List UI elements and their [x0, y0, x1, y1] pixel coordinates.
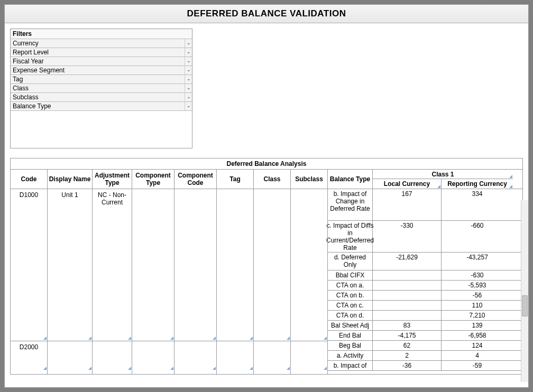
drill-icon[interactable] [287, 337, 290, 340]
cell-component-type[interactable] [132, 189, 174, 341]
cell-balance-type[interactable]: End Bal [328, 331, 373, 340]
cell-subclass[interactable] [291, 189, 327, 341]
drill-icon[interactable] [324, 337, 327, 340]
col-header-subclass[interactable]: Subclass [291, 170, 328, 189]
drill-icon[interactable] [43, 337, 47, 340]
chevron-down-icon[interactable]: ⌄ [185, 84, 192, 92]
cell-balance-type[interactable]: b. Impact of [328, 361, 373, 370]
filter-currency[interactable]: Currency ⌄ [11, 39, 192, 48]
col-header-balance-type[interactable]: Balance Type [328, 170, 373, 189]
drill-icon[interactable] [509, 175, 512, 178]
cell-local-currency[interactable]: 62 [373, 341, 442, 350]
cell-balance-type[interactable]: Bal Sheet Adj [328, 321, 373, 330]
chevron-down-icon[interactable]: ⌄ [185, 39, 192, 48]
col-header-display-name[interactable]: Display Name [48, 170, 93, 189]
cell-balance-type[interactable]: CTA on c. [328, 301, 373, 310]
col-header-component-code[interactable]: Component Code [174, 170, 217, 189]
drill-icon[interactable] [250, 337, 253, 340]
drill-icon[interactable] [128, 337, 131, 340]
cell-balance-type[interactable]: a. Activity [328, 351, 373, 360]
cell-local-currency[interactable]: -330 [373, 221, 442, 252]
cell-local-currency[interactable] [373, 270, 442, 280]
cell-balance-type[interactable]: c. Impact of Diffs in Current/Deferred R… [328, 221, 373, 252]
cell-local-currency[interactable]: 2 [373, 351, 442, 360]
filter-expense-segment[interactable]: Expense Segment ⌄ [11, 66, 192, 75]
cell-reporting-currency[interactable]: -630 [442, 270, 513, 280]
chevron-down-icon[interactable]: ⌄ [185, 93, 192, 101]
chevron-down-icon[interactable]: ⌄ [185, 48, 192, 57]
cell-reporting-currency[interactable]: 110 [442, 301, 513, 310]
cell-balance-type[interactable]: d. Deferred Only [328, 253, 373, 270]
cell-reporting-currency[interactable]: 139 [442, 321, 513, 330]
cell-adjustment-type[interactable]: NC - Non-Current [93, 189, 132, 341]
filter-class[interactable]: Class ⌄ [11, 84, 192, 93]
cell-balance-type[interactable]: CTA on b. [328, 291, 373, 300]
cell-tag[interactable] [217, 189, 253, 341]
drill-icon[interactable] [287, 367, 290, 370]
cell-balance-type[interactable]: Beg Bal [328, 341, 373, 350]
drill-icon[interactable] [170, 367, 173, 370]
cell-local-currency[interactable]: 167 [373, 189, 442, 220]
cell-local-currency[interactable] [373, 311, 442, 320]
col-header-tag[interactable]: Tag [217, 170, 254, 189]
cell-class[interactable] [254, 189, 290, 341]
chevron-down-icon[interactable]: ⌄ [185, 66, 192, 74]
cell-component-type[interactable] [132, 341, 174, 371]
cell-local-currency[interactable] [373, 301, 442, 310]
filter-report-level[interactable]: Report Level ⌄ [11, 48, 192, 57]
drill-icon[interactable] [250, 367, 253, 370]
cell-class[interactable] [254, 341, 290, 371]
filter-balance-type[interactable]: Balance Type ⌄ [11, 102, 192, 111]
drill-icon[interactable] [509, 185, 512, 188]
drill-icon[interactable] [324, 367, 327, 370]
cell-reporting-currency[interactable]: -59 [442, 361, 513, 370]
col-header-component-type[interactable]: Component Type [132, 170, 174, 189]
cell-reporting-currency[interactable]: -43,257 [442, 253, 513, 270]
cell-balance-type[interactable]: CTA on a. [328, 281, 373, 290]
cell-tag[interactable] [217, 341, 253, 371]
cell-code[interactable]: D2000 [11, 341, 47, 371]
scroll-thumb[interactable] [522, 295, 528, 316]
drill-icon[interactable] [437, 185, 440, 188]
cell-local-currency[interactable] [373, 291, 442, 300]
drill-icon[interactable] [128, 367, 131, 370]
cell-balance-type[interactable]: CTA on d. [328, 311, 373, 320]
cell-reporting-currency[interactable]: 4 [442, 351, 513, 360]
cell-display-name[interactable] [48, 341, 92, 371]
col-header-local-currency[interactable]: Local Currency [373, 179, 442, 189]
cell-subclass[interactable] [291, 341, 327, 371]
cell-reporting-currency[interactable]: 124 [442, 341, 513, 350]
chevron-down-icon[interactable]: ⌄ [185, 75, 192, 83]
cell-local-currency[interactable]: -21,629 [373, 253, 442, 270]
drill-icon[interactable] [88, 367, 91, 370]
cell-component-code[interactable] [174, 341, 216, 371]
drill-icon[interactable] [213, 367, 216, 370]
drill-icon[interactable] [213, 337, 216, 340]
drill-icon[interactable] [88, 337, 91, 340]
cell-reporting-currency[interactable]: 7,210 [442, 311, 513, 320]
cell-local-currency[interactable] [373, 281, 442, 290]
chevron-down-icon[interactable]: ⌄ [185, 102, 192, 110]
cell-display-name[interactable]: Unit 1 [48, 189, 92, 341]
cell-balance-type[interactable]: b. Impact of Change in Deferred Rate [328, 189, 373, 220]
cell-code[interactable]: D1000 [11, 189, 47, 341]
cell-balance-type[interactable]: Bbal CIFX [328, 270, 373, 280]
drill-icon[interactable] [43, 367, 47, 370]
cell-reporting-currency[interactable]: -6,958 [442, 331, 513, 340]
cell-reporting-currency[interactable]: -56 [442, 291, 513, 300]
cell-reporting-currency[interactable]: -660 [442, 221, 513, 252]
col-header-class[interactable]: Class [254, 170, 291, 189]
cell-reporting-currency[interactable]: 334 [442, 189, 513, 220]
filter-fiscal-year[interactable]: Fiscal Year ⌄ [11, 57, 192, 66]
cell-component-code[interactable] [174, 189, 216, 341]
col-header-code[interactable]: Code [11, 170, 48, 189]
cell-local-currency[interactable]: 83 [373, 321, 442, 330]
vertical-scrollbar[interactable] [521, 200, 528, 382]
col-header-reporting-currency[interactable]: Reporting Currency [442, 179, 513, 189]
filter-subclass[interactable]: Subclass ⌄ [11, 93, 192, 102]
col-header-class1[interactable]: Class 1 [373, 170, 513, 179]
filter-tag[interactable]: Tag ⌄ [11, 75, 192, 84]
drill-icon[interactable] [170, 337, 173, 340]
cell-adjustment-type[interactable] [93, 341, 132, 371]
cell-local-currency[interactable]: -36 [373, 361, 442, 370]
